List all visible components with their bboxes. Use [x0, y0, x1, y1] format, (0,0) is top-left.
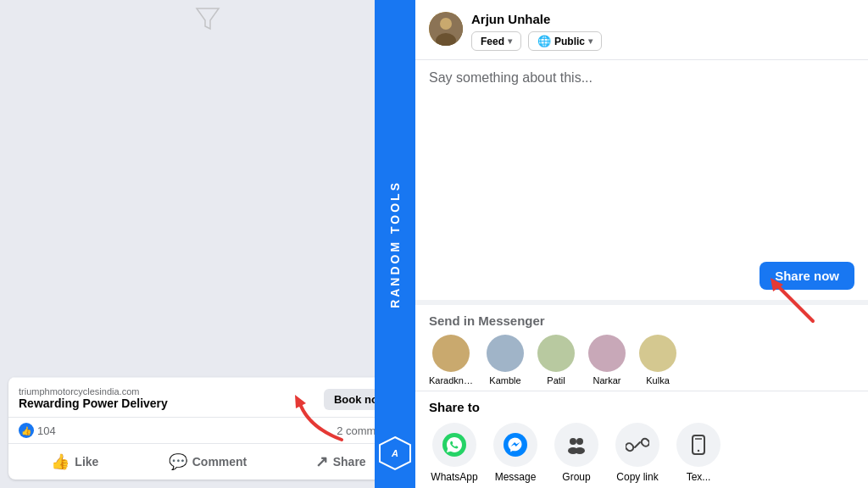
contact-name-1: Karadkne... — [429, 375, 473, 385]
left-panel: triumphmotorcyclesindia.com Rewarding Po… — [0, 0, 415, 488]
comment-button[interactable]: 💬 Comment — [142, 446, 275, 478]
contact-item[interactable]: Kamble — [487, 335, 524, 385]
hexagon-badge: A — [377, 435, 413, 471]
svg-point-10 — [576, 438, 583, 445]
fb-post-card: triumphmotorcyclesindia.com Rewarding Po… — [8, 377, 407, 480]
globe-icon: 🌐 — [537, 35, 551, 47]
text-label: Tex... — [687, 471, 711, 483]
user-info: Arjun Unhale Feed ▾ 🌐 Public ▾ — [471, 12, 854, 51]
compose-placeholder: Say something about this... — [429, 70, 854, 86]
share-text-item[interactable]: Tex... — [673, 423, 724, 483]
group-icon-circle — [554, 423, 598, 467]
share-compose[interactable]: Say something about this... Share now — [415, 60, 868, 300]
share-label: Share — [333, 455, 366, 469]
contact-name-5: Kulka — [646, 375, 670, 385]
share-to-title: Share to — [429, 400, 854, 414]
like-button[interactable]: 👍 Like — [8, 446, 142, 478]
blurred-top — [0, 0, 415, 186]
contact-avatar-5 — [639, 335, 676, 372]
svg-point-8 — [504, 433, 527, 457]
banner-text: RANDOM TOOLS — [388, 180, 402, 308]
user-avatar — [429, 12, 463, 46]
contact-avatar-2 — [487, 335, 524, 372]
contact-name-4: Narkar — [593, 375, 620, 385]
public-chevron-icon: ▾ — [588, 36, 593, 46]
copylink-label: Copy link — [616, 471, 658, 483]
contact-item[interactable]: Narkar — [588, 335, 626, 385]
red-arrow-share — [291, 393, 359, 444]
link-icon — [626, 433, 649, 457]
svg-point-14 — [698, 450, 699, 452]
post-ad-title: Rewarding Power Delivery — [19, 396, 168, 410]
contact-name-3: Patil — [547, 375, 565, 385]
messenger-label: Message — [495, 471, 537, 483]
svg-text:A: A — [391, 448, 398, 458]
contact-name-2: Kamble — [489, 375, 520, 385]
messenger-icon-circle — [493, 423, 537, 467]
feed-chevron-icon: ▾ — [508, 36, 512, 46]
like-icon-btn: 👍 — [51, 452, 70, 471]
text-icon-circle — [676, 423, 721, 467]
post-actions: 👍 Like 💬 Comment ↗ Share — [8, 444, 407, 480]
share-modal: Arjun Unhale Feed ▾ 🌐 Public ▾ Say somet… — [415, 0, 868, 488]
right-panel: Arjun Unhale Feed ▾ 🌐 Public ▾ Say somet… — [415, 0, 868, 488]
like-label: Like — [75, 455, 98, 469]
share-header: Arjun Unhale Feed ▾ 🌐 Public ▾ — [415, 0, 868, 60]
share-copylink-item[interactable]: Copy link — [612, 423, 663, 483]
svg-point-4 — [440, 18, 452, 30]
share-group-item[interactable]: Group — [551, 423, 602, 483]
public-label: Public — [554, 36, 585, 47]
share-icon: ↗ — [315, 452, 328, 471]
feed-label: Feed — [481, 36, 504, 47]
copylink-icon-circle — [615, 423, 659, 467]
share-messenger-item[interactable]: Message — [490, 423, 541, 483]
whatsapp-icon-circle — [432, 423, 476, 467]
comment-icon: 💬 — [169, 452, 187, 471]
svg-point-12 — [575, 447, 585, 454]
filter-icon — [195, 7, 220, 30]
contact-avatar-3 — [537, 335, 575, 372]
group-label: Group — [562, 471, 590, 483]
messenger-icon — [504, 433, 527, 457]
user-name: Arjun Unhale — [471, 12, 854, 26]
contact-item[interactable]: Patil — [537, 335, 575, 385]
messenger-contacts: Karadkne... Kamble Patil Narkar Kulka — [429, 335, 854, 385]
audience-controls: Feed ▾ 🌐 Public ▾ — [471, 31, 854, 51]
svg-point-9 — [570, 438, 576, 445]
share-to-section: Share to WhatsApp — [415, 391, 868, 488]
share-to-icons: WhatsApp Message — [429, 423, 854, 483]
avatar-image — [429, 12, 463, 46]
contact-item[interactable]: Karadkne... — [429, 335, 473, 385]
contact-avatar-1 — [432, 335, 470, 372]
feed-button[interactable]: Feed ▾ — [471, 31, 521, 51]
group-icon — [565, 433, 588, 457]
post-ad-site: triumphmotorcyclesindia.com — [19, 386, 168, 396]
contact-avatar-4 — [588, 335, 626, 372]
share-whatsapp-item[interactable]: WhatsApp — [429, 423, 480, 483]
phone-icon — [687, 433, 710, 457]
vertical-banner: RANDOM TOOLS A — [375, 0, 415, 488]
red-arrow-sharenow — [715, 274, 817, 325]
like-count: 👍 104 — [19, 423, 56, 438]
comment-label: Comment — [192, 455, 248, 469]
whatsapp-icon — [442, 433, 466, 457]
like-icon: 👍 — [19, 423, 34, 438]
public-button[interactable]: 🌐 Public ▾ — [528, 31, 602, 51]
likes-number: 104 — [37, 424, 56, 437]
whatsapp-label: WhatsApp — [431, 471, 477, 483]
contact-item[interactable]: Kulka — [639, 335, 676, 385]
